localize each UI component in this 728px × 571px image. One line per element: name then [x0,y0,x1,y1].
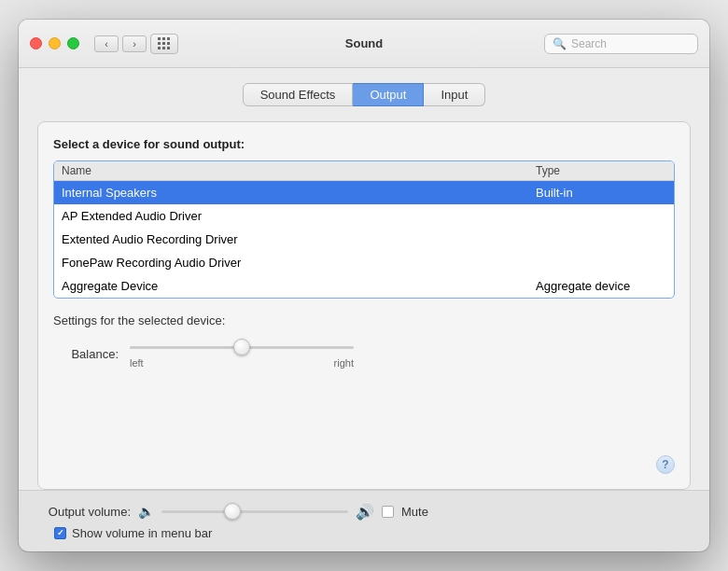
section-label: Select a device for sound output: [53,137,675,151]
mute-label: Mute [401,505,428,519]
device-name: Extented Audio Recording Driver [62,232,536,246]
titlebar: ‹ › Sound 🔍 Search [19,20,709,68]
grid-button[interactable] [150,34,178,54]
balance-label: Balance: [53,347,119,361]
table-row[interactable]: FonePaw Recording Audio Driver [54,251,674,274]
device-type: Aggregate device [536,279,666,293]
show-volume-row: Show volume in menu bar [54,526,691,540]
table-row[interactable]: Extented Audio Recording Driver [54,228,674,251]
tab-input[interactable]: Input [424,83,485,106]
table-row[interactable]: Internal Speakers Built-in [54,181,674,204]
tabs-row: Sound Effects Output Input [37,83,691,106]
device-type: Built-in [536,186,666,200]
show-volume-label: Show volume in menu bar [72,526,212,540]
tab-output[interactable]: Output [353,83,424,106]
output-panel: Select a device for sound output: Name T… [37,121,691,490]
slider-left-label: left [130,357,144,369]
close-button[interactable] [30,37,42,49]
volume-slider-thumb[interactable] [224,503,241,520]
balance-row: Balance: left right [53,339,675,369]
table-row[interactable]: Aggregate Device Aggregate device [54,274,674,298]
table-row[interactable]: AP Extended Audio Driver [54,204,674,228]
volume-slider[interactable] [161,503,348,520]
balance-slider-thumb[interactable] [233,339,250,355]
device-name: AP Extended Audio Driver [62,209,536,223]
col-header-name: Name [62,164,536,177]
slider-labels: left right [130,357,354,369]
balance-slider[interactable] [130,339,354,355]
bottom-bar: Output volume: 🔈 🔊 Mute Show volume in m… [19,490,709,551]
help-button[interactable]: ? [656,455,675,474]
speaker-low-icon: 🔈 [138,504,154,519]
show-volume-checkbox[interactable] [54,527,66,539]
search-placeholder: Search [571,37,607,50]
chevron-right-icon: › [133,38,136,49]
search-box[interactable]: 🔍 Search [544,34,698,54]
mute-checkbox[interactable] [382,506,394,518]
settings-label: Settings for the selected device: [53,313,675,327]
balance-slider-container: left right [130,339,354,369]
content-area: Sound Effects Output Input Select a devi… [19,68,709,490]
chevron-left-icon: ‹ [105,38,108,49]
tab-sound-effects[interactable]: Sound Effects [243,83,354,106]
volume-slider-bg [161,510,348,513]
main-window: ‹ › Sound 🔍 Search Sound Effects Output … [19,20,709,551]
device-name: FonePaw Recording Audio Driver [62,256,536,270]
volume-row: Output volume: 🔈 🔊 Mute [37,503,691,521]
forward-button[interactable]: › [122,35,147,52]
search-icon: 🔍 [553,37,567,50]
back-button[interactable]: ‹ [94,35,119,52]
traffic-lights [30,37,79,49]
col-header-type: Type [536,164,666,177]
grid-icon [158,37,171,50]
minimize-button[interactable] [49,37,61,49]
device-name: Aggregate Device [62,279,536,293]
table-header: Name Type [54,161,674,181]
speaker-high-icon: 🔊 [356,503,374,521]
maximize-button[interactable] [67,37,79,49]
nav-buttons: ‹ › [94,35,147,52]
device-name: Internal Speakers [62,186,536,200]
device-table: Name Type Internal Speakers Built-in AP … [53,160,675,299]
window-title: Sound [345,36,383,50]
output-volume-label: Output volume: [37,505,131,519]
help-btn-row: ? [53,455,675,474]
slider-right-label: right [334,357,354,369]
